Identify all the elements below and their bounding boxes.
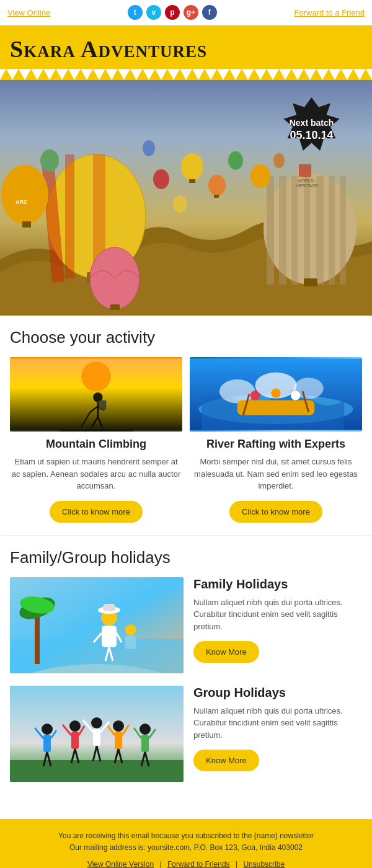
svg-rect-13 (279, 176, 286, 285)
svg-point-94 (113, 720, 124, 732)
next-batch-badge: Next batch 05.10.14 (279, 97, 344, 162)
svg-point-70 (125, 624, 136, 636)
footer-forward-link[interactable]: Forward to Friends (167, 860, 230, 868)
svg-point-29 (250, 164, 270, 188)
svg-rect-19 (299, 164, 311, 177)
family-holidays-title: Family Holidays (193, 577, 362, 591)
svg-point-8 (1, 165, 48, 224)
mountain-desc: Etiam ut sapien ut mauris hendrerit semp… (10, 456, 182, 492)
svg-rect-12 (267, 176, 274, 285)
footer-view-online-link[interactable]: View Online Version (87, 860, 154, 868)
social-icons-group: t v p g+ f (128, 5, 217, 20)
svg-text:HERITAGE: HERITAGE (296, 184, 319, 188)
rafting-image (190, 357, 362, 432)
svg-point-28 (228, 151, 243, 170)
svg-rect-52 (237, 401, 315, 415)
family-holidays-content: Family Holidays Nullam aliquet nibh quis… (193, 577, 362, 663)
rafting-cta-button[interactable]: Click to know more (229, 501, 322, 523)
svg-rect-16 (316, 176, 324, 285)
svg-point-30 (153, 169, 169, 189)
brand-header: Skara Adventures (0, 25, 372, 69)
footer-unsubscribe-link[interactable]: Unsubscribe (243, 860, 285, 868)
footer-separator1: | (159, 860, 163, 868)
group-holidays-desc: Nullam aliquet nibh quis dui porta ultri… (193, 705, 362, 742)
svg-point-26 (181, 153, 203, 180)
activities-title: Choose your activity (10, 328, 362, 347)
activity-card-mountain: Mountain Climbing Etiam ut sapien ut mau… (10, 357, 182, 523)
svg-point-100 (140, 724, 151, 735)
group-holidays-title: Group Holidays (193, 686, 362, 700)
svg-rect-65 (102, 626, 117, 647)
svg-rect-25 (110, 304, 120, 310)
hero-section: ARC WORLD HERITAGE (0, 80, 372, 316)
rafting-desc: Morbi semper nisl dui, sit amet cursus f… (190, 456, 362, 492)
badge-shape: Next batch 05.10.14 (279, 97, 344, 162)
activities-section: Choose your activity (0, 316, 372, 535)
family-holidays-cta-button[interactable]: Know More (193, 641, 259, 663)
svg-rect-71 (125, 636, 136, 649)
svg-point-31 (143, 140, 155, 156)
svg-rect-35 (189, 179, 195, 183)
svg-point-49 (219, 379, 255, 403)
badge-line2: 05.10.14 (290, 128, 333, 143)
svg-point-55 (250, 391, 260, 400)
badge-line1: Next batch (290, 117, 334, 128)
svg-text:ARC: ARC (16, 199, 28, 205)
svg-point-88 (91, 717, 102, 728)
svg-point-38 (81, 361, 111, 391)
svg-point-32 (173, 195, 187, 213)
footer-text: You are receiving this email because you… (10, 830, 362, 854)
footer: You are receiving this email because you… (0, 819, 372, 869)
family-holidays-desc: Nullam aliquet nibh quis dui porta ultri… (193, 596, 362, 633)
family-image (10, 577, 184, 673)
svg-rect-15 (304, 176, 310, 285)
svg-rect-17 (329, 176, 335, 285)
footer-links: View Online Version | Forward to Friends… (10, 860, 362, 868)
svg-text:WORLD: WORLD (298, 179, 314, 183)
footer-line1: You are receiving this email because you… (58, 831, 314, 840)
svg-point-27 (208, 175, 226, 196)
svg-point-57 (291, 391, 300, 400)
svg-rect-101 (141, 735, 149, 752)
group-holidays-cta-button[interactable]: Know More (193, 750, 259, 771)
vimeo-icon[interactable]: v (146, 5, 161, 20)
group-holidays-content: Group Holidays Nullam aliquet nibh quis … (193, 686, 362, 772)
svg-rect-73 (103, 604, 115, 611)
top-bar: View Online t v p g+ f Forward to a Frie… (0, 0, 372, 25)
svg-point-76 (42, 724, 53, 735)
svg-point-82 (69, 720, 81, 732)
mountain-cta-button[interactable]: Click to know more (50, 501, 143, 523)
mountain-image (10, 357, 182, 432)
activity-card-rafting: River Rafting with Experts Morbi semper … (190, 357, 362, 523)
svg-point-56 (271, 388, 280, 397)
svg-rect-75 (10, 760, 184, 782)
pinterest-icon[interactable]: p (165, 5, 180, 20)
svg-rect-22 (304, 278, 317, 286)
holidays-section: Family/Group holidays (0, 536, 372, 807)
group-image (10, 686, 184, 782)
mountain-name: Mountain Climbing (10, 438, 182, 451)
family-holidays-row: Family Holidays Nullam aliquet nibh quis… (10, 577, 362, 673)
svg-rect-14 (291, 176, 298, 285)
rafting-name: River Rafting with Experts (190, 438, 362, 451)
group-holidays-row: Group Holidays Nullam aliquet nibh quis … (10, 686, 362, 782)
google-icon[interactable]: g+ (184, 5, 198, 20)
facebook-icon[interactable]: f (202, 5, 217, 20)
svg-rect-46 (99, 401, 107, 410)
activity-grid: Mountain Climbing Etiam ut sapien ut mau… (10, 357, 362, 523)
zigzag-divider (0, 69, 372, 80)
svg-rect-95 (115, 732, 122, 749)
svg-rect-18 (340, 176, 346, 285)
svg-rect-9 (22, 221, 31, 228)
view-online-link[interactable]: View Online (7, 8, 50, 17)
svg-rect-83 (71, 732, 79, 749)
svg-rect-89 (93, 728, 100, 746)
spacer (0, 807, 372, 819)
svg-rect-3 (65, 154, 74, 278)
footer-line2: Our mailing address is: yoursite.com, P.… (69, 843, 303, 852)
forward-to-friend-link[interactable]: Forward to a Friend (294, 8, 365, 17)
svg-rect-77 (43, 735, 51, 752)
holidays-title: Family/Group holidays (10, 548, 362, 567)
svg-point-34 (40, 149, 59, 172)
twitter-icon[interactable]: t (128, 5, 143, 20)
